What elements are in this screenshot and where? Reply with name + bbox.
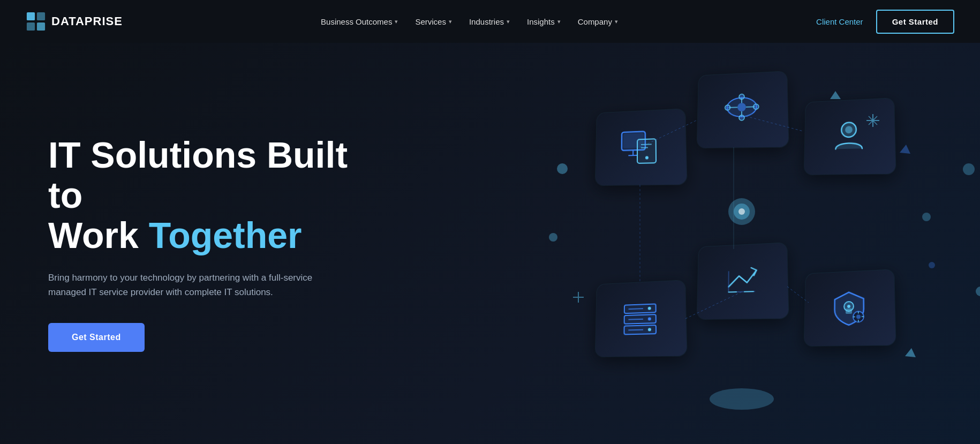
logo-link[interactable]: DATAPRISE — [26, 11, 123, 32]
svg-marker-54 — [905, 348, 916, 357]
nav-insights[interactable]: Insights ▾ — [521, 13, 567, 31]
deco-dot-2 — [549, 233, 557, 242]
svg-point-50 — [734, 204, 750, 220]
svg-rect-35 — [846, 308, 852, 313]
tile-analytics — [697, 243, 789, 319]
svg-point-63 — [710, 388, 774, 410]
nav-company[interactable]: Company ▾ — [571, 13, 624, 31]
hero-visual — [519, 56, 980, 431]
deco-dot-4 — [976, 287, 980, 296]
tile-it-devices — [595, 109, 687, 185]
deco-dot-3 — [963, 163, 975, 175]
brand-name: DATAPRISE — [51, 14, 123, 28]
chevron-icon: ▾ — [557, 18, 561, 25]
svg-point-55 — [922, 213, 931, 221]
svg-point-20 — [739, 94, 744, 99]
svg-point-49 — [728, 198, 755, 225]
chevron-icon: ▾ — [395, 18, 398, 25]
nav-actions: Client Center Get Started — [816, 10, 954, 34]
main-nav: DATAPRISE Business Outcomes ▾ Services ▾… — [0, 0, 980, 43]
hero-content: IT Solutions Built to Work Together Brin… — [48, 135, 380, 352]
tile-cloud — [697, 71, 789, 148]
hero-section: IT Solutions Built to Work Together Brin… — [0, 43, 980, 444]
hero-title: IT Solutions Built to Work Together — [48, 135, 380, 255]
deco-dot-1 — [557, 163, 568, 174]
tile-user — [804, 98, 896, 175]
tile-security — [804, 269, 896, 346]
nav-industries[interactable]: Industries ▾ — [463, 13, 516, 31]
chevron-icon: ▾ — [615, 18, 618, 25]
client-center-link[interactable]: Client Center — [816, 17, 863, 26]
chevron-icon: ▾ — [507, 18, 510, 25]
svg-rect-0 — [27, 12, 35, 20]
svg-rect-2 — [27, 22, 35, 31]
tile-server — [595, 280, 687, 357]
nav-menu: Business Outcomes ▾ Services ▾ Industrie… — [314, 13, 624, 31]
svg-point-56 — [929, 262, 935, 268]
get-started-nav-button[interactable]: Get Started — [876, 10, 954, 34]
svg-marker-52 — [830, 91, 841, 99]
svg-point-51 — [738, 208, 745, 215]
nav-business-outcomes[interactable]: Business Outcomes ▾ — [314, 13, 404, 31]
svg-rect-8 — [637, 139, 656, 163]
chevron-icon: ▾ — [449, 18, 452, 25]
nav-services[interactable]: Services ▾ — [409, 13, 458, 31]
svg-marker-53 — [900, 145, 910, 154]
get-started-hero-button[interactable]: Get Started — [48, 323, 145, 352]
svg-rect-1 — [37, 12, 45, 20]
svg-point-18 — [725, 104, 730, 110]
svg-rect-3 — [37, 22, 45, 31]
svg-point-19 — [753, 104, 759, 109]
svg-point-21 — [739, 115, 744, 120]
hero-subtitle: Bring harmony to your technology by part… — [48, 270, 337, 299]
